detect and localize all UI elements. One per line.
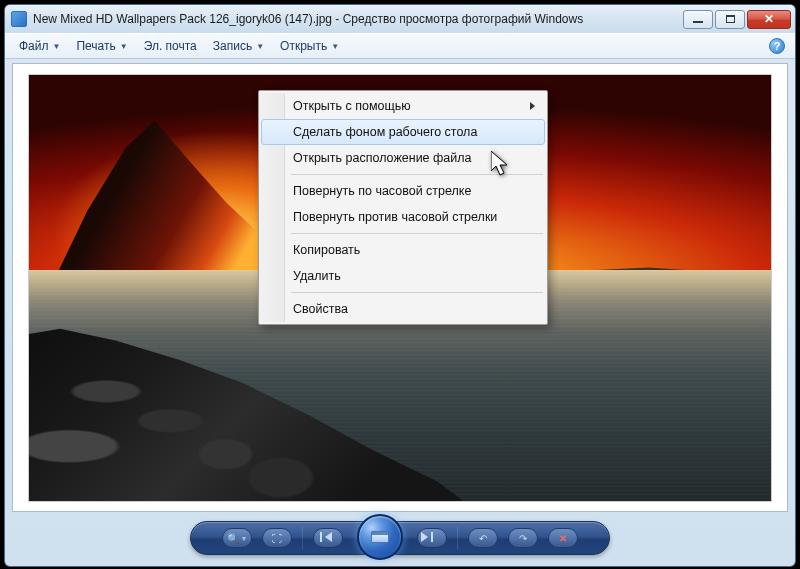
close-button[interactable]: ✕ xyxy=(747,10,791,29)
player-toolbar: 🔍▼ ⛶ ↶ ↷ ✕ xyxy=(190,521,610,555)
minimize-button[interactable] xyxy=(683,10,713,29)
menu-open[interactable]: Открыть▼ xyxy=(272,36,347,56)
ctx-label: Открыть расположение файла xyxy=(293,151,472,165)
context-menu-separator xyxy=(291,233,543,234)
menu-burn[interactable]: Запись▼ xyxy=(205,36,272,56)
ctx-delete[interactable]: Удалить xyxy=(261,263,545,289)
delete-icon: ✕ xyxy=(559,533,567,544)
menu-email[interactable]: Эл. почта xyxy=(136,36,205,56)
app-icon xyxy=(11,11,27,27)
context-menu-separator xyxy=(291,292,543,293)
chevron-down-icon: ▼ xyxy=(331,42,339,51)
ctx-set-desktop-background[interactable]: Сделать фоном рабочего стола xyxy=(261,119,545,145)
ctx-label: Копировать xyxy=(293,243,360,257)
slideshow-icon xyxy=(371,531,389,543)
ctx-open-file-location[interactable]: Открыть расположение файла xyxy=(261,145,545,171)
fit-icon: ⛶ xyxy=(272,533,282,544)
ctx-rotate-clockwise[interactable]: Повернуть по часовой стрелке xyxy=(261,178,545,204)
ctx-label: Свойства xyxy=(293,302,348,316)
ctx-label: Повернуть по часовой стрелке xyxy=(293,184,471,198)
window-controls: ✕ xyxy=(681,10,791,29)
context-menu-separator xyxy=(291,174,543,175)
menu-print[interactable]: Печать▼ xyxy=(68,36,135,56)
zoom-icon: 🔍 xyxy=(227,533,239,544)
ctx-properties[interactable]: Свойства xyxy=(261,296,545,322)
previous-icon xyxy=(325,532,332,544)
toolbar-separator xyxy=(302,527,303,549)
zoom-button[interactable]: 🔍▼ xyxy=(222,528,252,548)
menu-label: Запись xyxy=(213,39,252,53)
titlebar: New Mixed HD Wallpapers Pack 126_igoryk0… xyxy=(5,5,795,33)
chevron-down-icon: ▼ xyxy=(256,42,264,51)
slideshow-button[interactable] xyxy=(357,514,403,560)
ctx-label: Открыть с помощью xyxy=(293,99,411,113)
help-icon[interactable]: ? xyxy=(769,38,785,54)
chevron-down-icon: ▼ xyxy=(120,42,128,51)
menu-label: Файл xyxy=(19,39,49,53)
ctx-copy[interactable]: Копировать xyxy=(261,237,545,263)
menubar: Файл▼ Печать▼ Эл. почта Запись▼ Открыть▼… xyxy=(5,33,795,59)
ctx-label: Удалить xyxy=(293,269,341,283)
delete-button[interactable]: ✕ xyxy=(548,528,578,548)
context-menu: Открыть с помощью Сделать фоном рабочего… xyxy=(258,90,548,325)
fit-button[interactable]: ⛶ xyxy=(262,528,292,548)
ctx-rotate-counterclockwise[interactable]: Повернуть против часовой стрелки xyxy=(261,204,545,230)
menu-file[interactable]: Файл▼ xyxy=(11,36,68,56)
next-icon xyxy=(429,532,436,544)
menu-label: Открыть xyxy=(280,39,327,53)
maximize-button[interactable] xyxy=(715,10,745,29)
chevron-down-icon: ▼ xyxy=(53,42,61,51)
rotate-ccw-icon: ↶ xyxy=(479,533,487,544)
menu-label: Печать xyxy=(76,39,115,53)
rotate-ccw-button[interactable]: ↶ xyxy=(468,528,498,548)
rotate-cw-icon: ↷ xyxy=(519,533,527,544)
window-title: New Mixed HD Wallpapers Pack 126_igoryk0… xyxy=(33,12,681,26)
toolbar-separator xyxy=(457,527,458,549)
rotate-cw-button[interactable]: ↷ xyxy=(508,528,538,548)
menu-label: Эл. почта xyxy=(144,39,197,53)
chevron-right-icon xyxy=(530,102,535,110)
ctx-label: Сделать фоном рабочего стола xyxy=(293,125,477,139)
chevron-down-icon: ▼ xyxy=(241,535,248,542)
ctx-open-with[interactable]: Открыть с помощью xyxy=(261,93,545,119)
next-button[interactable] xyxy=(417,528,447,548)
photo-viewer-window: New Mixed HD Wallpapers Pack 126_igoryk0… xyxy=(4,4,796,567)
ctx-label: Повернуть против часовой стрелки xyxy=(293,210,497,224)
previous-button[interactable] xyxy=(313,528,343,548)
